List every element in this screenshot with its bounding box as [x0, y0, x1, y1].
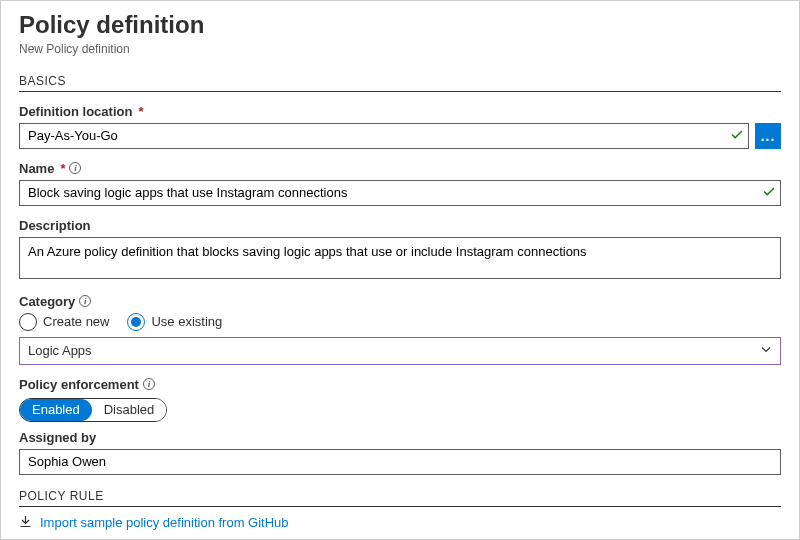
description-input[interactable]: An Azure policy definition that blocks s… [19, 237, 781, 279]
radio-icon [19, 313, 37, 331]
import-sample-link[interactable]: Import sample policy definition from Git… [19, 515, 289, 531]
required-asterisk: * [138, 104, 143, 119]
policy-enforcement-label: Policy enforcement i [19, 377, 781, 392]
required-asterisk: * [60, 161, 65, 176]
field-description: Description An Azure policy definition t… [19, 218, 781, 282]
assigned-by-label: Assigned by [19, 430, 781, 445]
definition-location-input[interactable] [19, 123, 749, 149]
assigned-by-input[interactable] [19, 449, 781, 475]
page-title: Policy definition [19, 11, 781, 40]
category-select[interactable]: Logic Apps [19, 337, 781, 365]
definition-location-picker-button[interactable]: ... [755, 123, 781, 149]
section-policy-rule-heading: POLICY RULE [19, 489, 781, 507]
policy-enforcement-label-text: Policy enforcement [19, 377, 139, 392]
category-radio-create-new[interactable]: Create new [19, 313, 109, 331]
policy-definition-panel: Policy definition New Policy definition … [0, 0, 800, 540]
info-icon[interactable]: i [79, 295, 91, 307]
section-basics-heading: BASICS [19, 74, 781, 92]
category-label: Category i [19, 294, 781, 309]
definition-location-label-text: Definition location [19, 104, 132, 119]
radio-icon [127, 313, 145, 331]
info-icon[interactable]: i [143, 378, 155, 390]
category-label-text: Category [19, 294, 75, 309]
definition-location-label: Definition location * [19, 104, 781, 119]
field-category: Category i Create new Use existing Logic… [19, 294, 781, 365]
category-existing-label: Use existing [151, 314, 222, 329]
field-definition-location: Definition location * ... [19, 104, 781, 149]
chevron-down-icon [760, 343, 772, 358]
enforcement-disabled-option[interactable]: Disabled [92, 399, 167, 421]
name-input[interactable] [19, 180, 781, 206]
download-icon [19, 515, 32, 531]
category-select-value: Logic Apps [28, 343, 92, 358]
category-radio-group: Create new Use existing [19, 313, 781, 331]
name-label-text: Name [19, 161, 54, 176]
field-assigned-by: Assigned by [19, 430, 781, 475]
info-icon[interactable]: i [69, 162, 81, 174]
category-create-label: Create new [43, 314, 109, 329]
field-policy-enforcement: Policy enforcement i Enabled Disabled [19, 377, 781, 422]
field-name: Name * i [19, 161, 781, 206]
description-label: Description [19, 218, 781, 233]
enforcement-enabled-option[interactable]: Enabled [20, 399, 92, 421]
enforcement-toggle: Enabled Disabled [19, 398, 167, 422]
category-radio-use-existing[interactable]: Use existing [127, 313, 222, 331]
name-label: Name * i [19, 161, 781, 176]
page-subtitle: New Policy definition [19, 42, 781, 56]
import-sample-link-text: Import sample policy definition from Git… [40, 515, 289, 530]
